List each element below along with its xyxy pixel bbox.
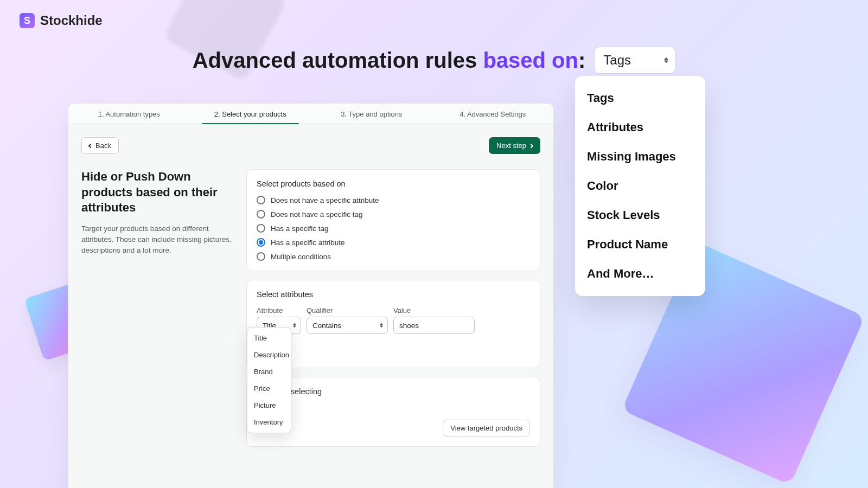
radio-icon <box>257 252 265 261</box>
attribute-option[interactable]: Price <box>247 380 291 397</box>
rule-basis-value: Tags <box>603 53 631 67</box>
radio-label: Does not have a specific attribute <box>271 196 379 204</box>
stepper: 1. Automation types2. Select your produc… <box>68 104 553 124</box>
next-step-button[interactable]: Next step <box>489 137 540 154</box>
section-title: Hide or Push Down products based on thei… <box>81 169 233 216</box>
radio-label: Has a specific attribute <box>271 239 345 247</box>
toolbar: Back Next step <box>81 137 540 154</box>
dropdown-option[interactable]: Missing Images <box>575 142 705 171</box>
logo-text: Stockhide <box>40 13 103 28</box>
step-tab[interactable]: 3. Type and options <box>311 104 432 124</box>
attribute-option[interactable]: Description <box>247 346 291 363</box>
step-tab[interactable]: 4. Advanced Settings <box>432 104 554 124</box>
value-input[interactable]: shoes <box>393 317 475 334</box>
dropdown-option[interactable]: Tags <box>575 84 705 113</box>
radio-group: Does not have a specific attributeDoes n… <box>257 196 530 261</box>
field-label: Attribute <box>257 306 301 314</box>
page-heading: Advanced automation rules based on: Tags <box>0 47 868 74</box>
logo: S Stockhide <box>20 13 103 28</box>
section-desc: Target your products based on different … <box>81 223 233 256</box>
dropdown-option[interactable]: Product Name <box>575 230 705 259</box>
value-field: Value shoes <box>393 306 475 334</box>
dropdown-option[interactable]: Stock Levels <box>575 201 705 230</box>
radio-icon <box>257 224 265 233</box>
wizard-card: 1. Automation types2. Select your produc… <box>68 103 554 488</box>
qualifier-select[interactable]: Contains <box>307 317 388 334</box>
radio-label: Does not have a specific tag <box>271 210 363 219</box>
chevron-right-icon <box>529 143 533 147</box>
attribute-option[interactable]: Inventory <box>247 414 291 431</box>
view-targeted-products-button[interactable]: View targeted products <box>443 420 530 436</box>
rule-basis-dropdown: TagsAttributesMissing ImagesColorStock L… <box>575 76 705 296</box>
panel-title: Select attributes <box>257 290 530 299</box>
rule-basis-select[interactable]: Tags <box>594 47 675 74</box>
logo-icon: S <box>20 13 35 28</box>
back-button[interactable]: Back <box>81 137 119 154</box>
radio-option[interactable]: Has a specific attribute <box>257 238 530 247</box>
chevron-left-icon <box>88 143 93 147</box>
dropdown-option[interactable]: Color <box>575 171 705 201</box>
step-tab[interactable]: 1. Automation types <box>68 104 190 124</box>
caret-icon <box>380 323 383 328</box>
heading-text: Advanced automation rules based on: <box>193 48 586 73</box>
dropdown-option[interactable]: Attributes <box>575 113 705 142</box>
caret-icon <box>293 323 296 328</box>
attribute-dropdown: TitleDescriptionBrandPricePictureInvento… <box>247 327 291 433</box>
qualifier-field: Qualifier Contains <box>307 306 388 334</box>
right-column: Select products based on Does not have a… <box>246 169 540 455</box>
left-column: Hide or Push Down products based on thei… <box>81 169 233 455</box>
caret-icon <box>664 57 668 63</box>
select-basis-panel: Select products based on Does not have a… <box>246 169 540 271</box>
radio-icon <box>257 210 265 219</box>
step-tab[interactable]: 2. Select your products <box>190 104 311 124</box>
radio-option[interactable]: Has a specific tag <box>257 224 530 233</box>
attribute-option[interactable]: Title <box>247 330 291 346</box>
dropdown-option[interactable]: And More… <box>575 259 705 288</box>
radio-label: Multiple conditions <box>271 253 331 261</box>
radio-icon <box>257 196 265 204</box>
attribute-option[interactable]: Picture <box>247 397 291 414</box>
radio-option[interactable]: Multiple conditions <box>257 252 530 261</box>
panel-partial-text: rgeting is selecting <box>257 387 530 396</box>
panel-title: Select products based on <box>257 179 530 188</box>
radio-option[interactable]: Does not have a specific attribute <box>257 196 530 204</box>
radio-label: Has a specific tag <box>271 224 329 233</box>
radio-icon <box>257 238 265 247</box>
radio-option[interactable]: Does not have a specific tag <box>257 210 530 219</box>
attribute-option[interactable]: Brand <box>247 363 291 380</box>
field-label: Value <box>393 306 475 314</box>
select-attributes-panel: Select attributes Attribute Title Qualif… <box>246 280 540 368</box>
field-label: Qualifier <box>307 306 388 314</box>
